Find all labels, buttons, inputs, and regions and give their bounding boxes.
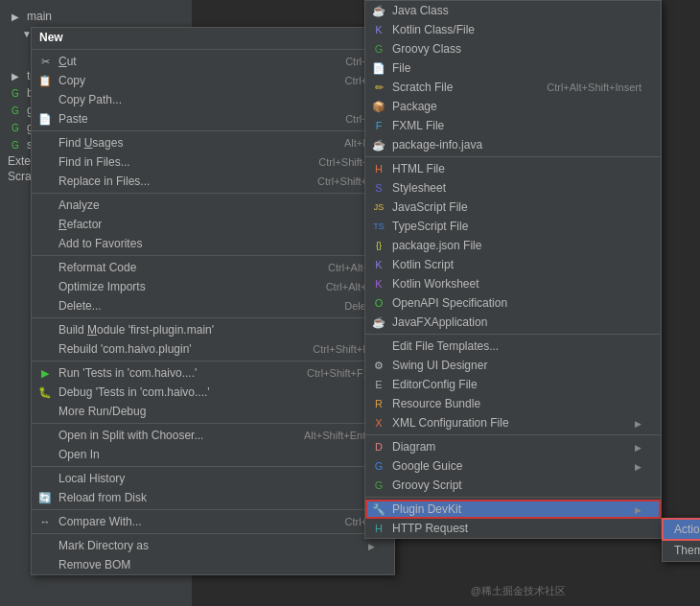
menu-label: Remove BOM xyxy=(58,558,130,571)
submenu-arrow xyxy=(368,539,375,552)
file-icon: G xyxy=(8,103,23,118)
submenu-item-groovy-script[interactable]: G Groovy Script xyxy=(365,476,661,495)
submenu-label: Groovy Script xyxy=(392,478,462,492)
separator xyxy=(32,533,394,534)
submenu-item-javafx[interactable]: ☕ JavaFXApplication xyxy=(365,313,661,332)
shortcut: Ctrl+Shift+R xyxy=(298,175,375,187)
menu-item-open-split[interactable]: Open in Split with Chooser... Alt+Shift+… xyxy=(32,426,394,445)
groovy-icon: G xyxy=(371,41,386,57)
submenu-item-kotlin-class[interactable]: K Kotlin Class/File xyxy=(365,20,661,39)
submenu-item-edit-templates[interactable]: Edit File Templates... xyxy=(365,337,661,356)
menu-item-copy-path[interactable]: Copy Path... xyxy=(32,90,394,109)
submenu-item-xml-config[interactable]: X XML Configuration File xyxy=(365,413,661,432)
menu-label: Find in Files... xyxy=(58,155,130,169)
submenu-item-typescript[interactable]: TS TypeScript File xyxy=(365,217,661,236)
menu-item-analyze[interactable]: Analyze xyxy=(32,196,394,215)
find-files-icon xyxy=(37,154,53,170)
submenu-label: EditorConfig File xyxy=(392,378,478,391)
menu-label: Copy xyxy=(58,74,85,87)
menu-item-mark-directory[interactable]: Mark Directory as xyxy=(32,536,394,555)
submenu-label: HTML File xyxy=(392,162,445,175)
submenu-label: package.json File xyxy=(392,239,481,252)
folder-icon: ▶ xyxy=(8,9,23,24)
menu-item-rebuild[interactable]: Rebuild 'com.haivo.plugin' Ctrl+Shift+F9 xyxy=(32,339,394,359)
devkit-item-action[interactable]: Action xyxy=(663,519,700,540)
submenu-item-plugin-devkit[interactable]: 🔧 Plugin DevKit xyxy=(365,500,661,519)
submenu-label: Stylesheet xyxy=(392,181,446,195)
submenu-item-google-guice[interactable]: G Google Guice xyxy=(365,456,661,476)
submenu-item-diagram[interactable]: D Diagram xyxy=(365,437,661,456)
menu-item-reformat[interactable]: Reformat Code Ctrl+Alt+L xyxy=(32,258,394,277)
menu-item-remove-bom[interactable]: Remove BOM xyxy=(32,555,394,574)
watermark: @稀土掘金技术社区 xyxy=(471,584,566,598)
submenu-item-javascript[interactable]: JS JavaScript File xyxy=(365,198,661,217)
submenu-item-fxml[interactable]: F FXML File xyxy=(365,116,661,135)
tree-label: main xyxy=(27,10,52,23)
submenu-item-resource-bundle[interactable]: R Resource Bundle xyxy=(365,394,661,413)
separator xyxy=(32,255,394,256)
submenu-item-http-request[interactable]: H HTTP Request xyxy=(365,519,661,538)
submenu-arrow xyxy=(635,440,642,454)
open-in-icon xyxy=(37,447,53,462)
menu-item-run-tests[interactable]: ▶ Run 'Tests in 'com.haivo....' Ctrl+Shi… xyxy=(32,363,394,383)
new-icon xyxy=(37,30,53,45)
submenu-item-groovy-class[interactable]: G Groovy Class xyxy=(365,39,661,58)
menu-item-find-usages[interactable]: Find Usages Alt+F7 xyxy=(32,133,394,152)
devkit-item-theme[interactable]: Theme xyxy=(663,540,700,561)
folder-icon: ▶ xyxy=(8,68,23,83)
xml-icon: X xyxy=(371,415,386,431)
shortcut: Ctrl+Shift+F9 xyxy=(293,343,375,355)
submenu-item-openapi[interactable]: O OpenAPI Specification xyxy=(365,293,661,313)
file-icon: G xyxy=(8,85,23,101)
menu-item-new[interactable]: New xyxy=(32,28,394,47)
devkit-icon: 🔧 xyxy=(371,501,386,517)
menu-label: Open In xyxy=(58,448,100,461)
submenu-label: OpenAPI Specification xyxy=(392,296,507,310)
menu-item-debug-tests[interactable]: 🐛 Debug 'Tests in 'com.haivo....' xyxy=(32,383,394,402)
submenu-label: Swing UI Designer xyxy=(392,359,487,372)
menu-item-refactor[interactable]: Refactor xyxy=(32,215,394,234)
separator xyxy=(32,49,394,50)
submenu-item-package-json[interactable]: {} package.json File xyxy=(365,236,661,255)
submenu-item-package-info[interactable]: ☕ package-info.java xyxy=(365,135,661,154)
menu-item-replace-in-files[interactable]: Replace in Files... Ctrl+Shift+R xyxy=(32,172,394,191)
submenu-item-file[interactable]: 📄 File xyxy=(365,58,661,78)
menu-item-optimize-imports[interactable]: Optimize Imports Ctrl+Alt+O xyxy=(32,277,394,296)
submenu-label: Plugin DevKit xyxy=(392,502,461,516)
submenu-item-html[interactable]: H HTML File xyxy=(365,159,661,178)
context-menu: New ✂ Cut Ctrl+X 📋 Copy Ctrl+C Copy Path… xyxy=(31,27,395,575)
menu-item-more-run[interactable]: More Run/Debug xyxy=(32,402,394,421)
submenu-item-java-class[interactable]: ☕ Java Class xyxy=(365,1,661,20)
menu-item-open-in[interactable]: Open In xyxy=(32,445,394,464)
menu-item-compare-with[interactable]: ↔ Compare With... Ctrl+D xyxy=(32,512,394,531)
submenu-item-package[interactable]: 📦 Package xyxy=(365,97,661,116)
submenu-item-kotlin-script[interactable]: K Kotlin Script xyxy=(365,255,661,274)
submenu-item-kotlin-worksheet[interactable]: K Kotlin Worksheet xyxy=(365,274,661,293)
menu-item-build-module[interactable]: Build Module 'first-plugin.main' xyxy=(32,320,394,339)
menu-label: Refactor xyxy=(58,218,102,231)
submenu-item-stylesheet[interactable]: S Stylesheet xyxy=(365,178,661,198)
scratch-icon: ✏ xyxy=(371,80,386,95)
menu-item-local-history[interactable]: Local History xyxy=(32,469,394,488)
menu-label: Reformat Code xyxy=(58,261,136,274)
submenu-devkit: Action Theme xyxy=(662,518,700,562)
menu-item-cut[interactable]: ✂ Cut Ctrl+X xyxy=(32,52,394,71)
menu-item-find-in-files[interactable]: Find in Files... Ctrl+Shift+F xyxy=(32,152,394,172)
submenu-item-swing-ui[interactable]: ⚙ Swing UI Designer xyxy=(365,356,661,375)
separator xyxy=(32,193,394,194)
submenu-label: File xyxy=(392,61,410,75)
submenu-item-scratch-file[interactable]: ✏ Scratch File Ctrl+Alt+Shift+Insert xyxy=(365,78,661,97)
menu-item-add-to-favorites[interactable]: Add to Favorites xyxy=(32,234,394,253)
submenu-item-editorconfig[interactable]: E EditorConfig File xyxy=(365,375,661,394)
kotlin-icon: K xyxy=(371,22,386,37)
menu-item-copy[interactable]: 📋 Copy Ctrl+C xyxy=(32,71,394,90)
menu-item-delete[interactable]: Delete... Delete xyxy=(32,296,394,315)
submenu-label: Package xyxy=(392,100,437,113)
menu-item-paste[interactable]: 📄 Paste Ctrl+V xyxy=(32,109,394,128)
delete-icon xyxy=(37,298,53,314)
menu-item-reload[interactable]: 🔄 Reload from Disk xyxy=(32,488,394,507)
debug-icon: 🐛 xyxy=(37,385,53,400)
copy-path-icon xyxy=(37,92,53,107)
json-icon: {} xyxy=(371,238,386,253)
submenu-arrow xyxy=(635,416,642,430)
